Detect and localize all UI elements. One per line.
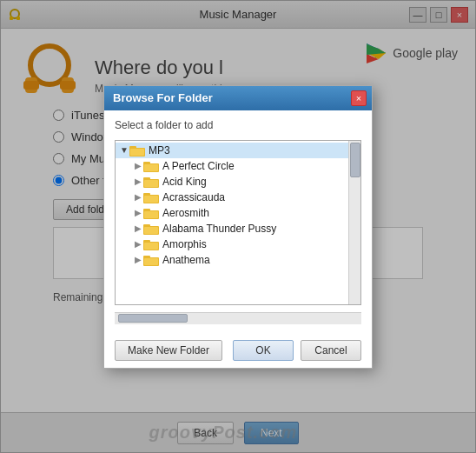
- tree-item-amorphis[interactable]: ▶ Amorphis: [116, 236, 357, 252]
- folder-icon-acrassicauda: [143, 191, 159, 203]
- tree-item-aerosmith[interactable]: ▶ Aerosmith: [116, 205, 357, 221]
- main-window: Music Manager — □ ×: [0, 0, 476, 453]
- vertical-scrollbar[interactable]: [348, 141, 360, 304]
- hscrollbar-thumb[interactable]: [118, 314, 188, 323]
- tree-inner[interactable]: ▼ MP3 ▶: [116, 141, 360, 304]
- dialog-footer: Make New Folder OK Cancel: [104, 333, 372, 368]
- folder-icon-mp3: [129, 144, 145, 157]
- hscrollbar-track: [115, 313, 361, 323]
- dialog-title: Browse For Folder: [113, 91, 213, 104]
- folder-icon-perfect-circle: [143, 160, 159, 172]
- svg-rect-32: [144, 227, 158, 234]
- expand-arrow-mp3: ▼: [119, 145, 129, 156]
- dialog-subtitle: Select a folder to add: [115, 119, 361, 131]
- tree-label-alabama: Alabama Thunder Pussy: [162, 223, 276, 235]
- tree-label-acrassicauda: Acrassicauda: [162, 191, 225, 203]
- folder-icon-anathema: [143, 254, 159, 266]
- svg-rect-29: [144, 211, 158, 218]
- expand-arrow-anathema: ▶: [133, 255, 143, 265]
- dialog-overlay: Browse For Folder × Select a folder to a…: [0, 0, 476, 453]
- folder-tree: ▼ MP3 ▶: [115, 140, 361, 305]
- tree-item-perfect-circle[interactable]: ▶ A Perfect Circle: [116, 158, 357, 174]
- tree-item-acrassicauda[interactable]: ▶ Acrassicauda: [116, 190, 357, 205]
- svg-rect-20: [144, 164, 158, 171]
- expand-arrow-alabama: ▶: [133, 223, 143, 234]
- tree-label-aerosmith: Aerosmith: [162, 207, 209, 219]
- tree-label-anathema: Anathema: [162, 254, 210, 266]
- expand-arrow-acid-king: ▶: [133, 177, 143, 187]
- horizontal-scrollbar[interactable]: [115, 312, 361, 324]
- tree-label-mp3: MP3: [149, 144, 170, 157]
- tree-label-amorphis: Amorphis: [162, 238, 207, 250]
- expand-arrow-acrassicauda: ▶: [133, 192, 143, 203]
- expand-arrow-amorphis: ▶: [133, 239, 143, 250]
- expand-arrow-perfect-circle: ▶: [133, 161, 143, 171]
- tree-item-alabama[interactable]: ▶ Alabama Thunder Pussy: [116, 221, 357, 236]
- tree-item-acid-king[interactable]: ▶ Acid King: [116, 174, 357, 190]
- make-new-folder-button[interactable]: Make New Folder: [115, 340, 222, 361]
- browse-folder-dialog: Browse For Folder × Select a folder to a…: [103, 85, 373, 369]
- dialog-close-button[interactable]: ×: [351, 90, 367, 106]
- dialog-body: Select a folder to add ▼ MP3: [104, 110, 372, 333]
- svg-rect-17: [130, 149, 144, 156]
- tree-item-anathema[interactable]: ▶ Anathema: [116, 252, 357, 268]
- tree-item-mp3[interactable]: ▼ MP3: [116, 143, 357, 158]
- dialog-ok-cancel: OK Cancel: [233, 340, 361, 361]
- svg-rect-26: [144, 196, 158, 203]
- tree-label-acid-king: Acid King: [162, 176, 207, 188]
- svg-rect-35: [144, 243, 158, 250]
- folder-icon-alabama: [143, 223, 159, 235]
- folder-icon-aerosmith: [143, 207, 159, 219]
- cancel-button[interactable]: Cancel: [301, 340, 361, 361]
- tree-label-perfect-circle: A Perfect Circle: [162, 160, 235, 172]
- svg-rect-38: [144, 258, 158, 265]
- svg-rect-23: [144, 180, 158, 187]
- dialog-title-bar: Browse For Folder ×: [104, 86, 372, 110]
- folder-icon-amorphis: [143, 238, 159, 250]
- folder-icon-acid-king: [143, 176, 159, 188]
- ok-button[interactable]: OK: [233, 340, 294, 361]
- expand-arrow-aerosmith: ▶: [133, 208, 143, 218]
- scrollbar-thumb[interactable]: [350, 143, 360, 177]
